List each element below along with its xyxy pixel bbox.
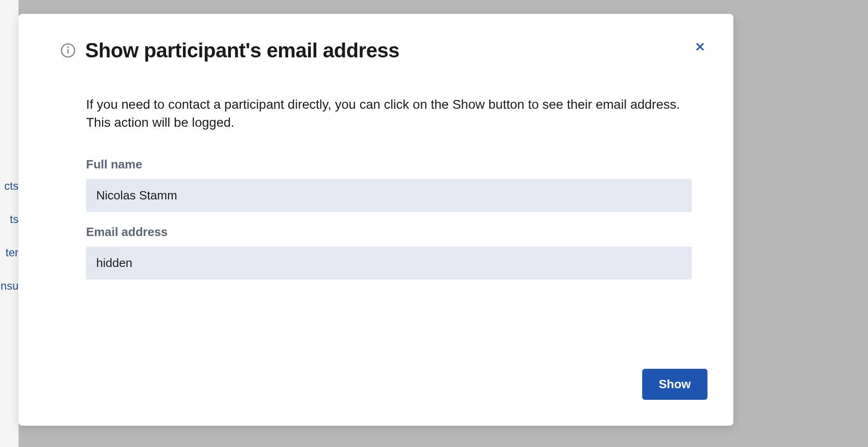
svg-point-2 <box>68 47 68 47</box>
field-full-name: Full name Nicolas Stamm <box>86 157 692 212</box>
info-icon <box>60 43 76 58</box>
email-value: hidden <box>86 247 692 279</box>
modal-title: Show participant's email address <box>85 39 399 62</box>
close-button[interactable] <box>693 40 707 55</box>
sidebar-item-partial: ter <box>0 242 19 263</box>
full-name-value: Nicolas Stamm <box>86 179 692 212</box>
field-email: Email address hidden <box>86 225 692 279</box>
modal-body: If you need to contact a participant dir… <box>19 62 733 369</box>
close-icon <box>695 42 705 53</box>
email-label: Email address <box>86 225 692 239</box>
modal-description: If you need to contact a participant dir… <box>86 95 692 131</box>
sidebar-item-partial: ts <box>0 209 19 230</box>
sidebar-item-partial: cts <box>0 176 19 196</box>
full-name-label: Full name <box>86 157 692 172</box>
show-button[interactable]: Show <box>642 369 707 400</box>
modal-dialog: Show participant's email address If you … <box>19 14 733 426</box>
sidebar-item-partial: nsu <box>0 276 19 296</box>
modal-header: Show participant's email address <box>19 14 733 62</box>
backdrop-sidebar: cts ts ter nsu <box>0 0 19 447</box>
modal-footer: Show <box>19 369 733 426</box>
